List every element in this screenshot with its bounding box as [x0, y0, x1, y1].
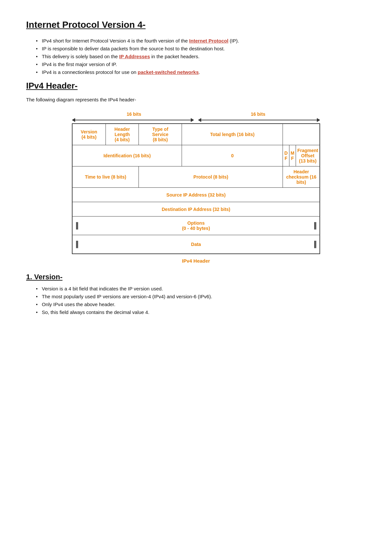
zero-cell: 0 [182, 145, 283, 166]
left-shaft [75, 120, 191, 120]
internet-protocol-link[interactable]: Internet Protocol [189, 38, 228, 43]
header-length-cell: HeaderLength(4 bits) [106, 124, 139, 145]
identification-cell: Identification (16 bits) [72, 145, 182, 166]
ipv4-header-title: IPv4 Header- [26, 81, 366, 91]
list-item: IPv4 is a connectionless protocol for us… [36, 69, 366, 75]
version-bullet-list: Version is a 4 bit field that indicates … [26, 286, 366, 315]
table-row: Version(4 bits) HeaderLength(4 bits) Typ… [72, 124, 320, 145]
table-row: Time to live (8 bits) Protocol (8 bits) … [72, 166, 320, 188]
ip-addresses-link[interactable]: IP Addresses [119, 54, 150, 59]
packet-switched-link[interactable]: packet-switched networks [138, 69, 199, 75]
table-row: Identification (16 bits) 0 DF MF Fragmen… [72, 145, 320, 166]
mf-cell: MF [289, 145, 296, 166]
table-row: ∥ Options(0 - 40 bytes) ∥ [72, 217, 320, 235]
version-section-title: 1. Version- [26, 273, 366, 281]
header-table: Version(4 bits) HeaderLength(4 bits) Typ… [72, 123, 320, 254]
bits-label-right: 16 bits [196, 112, 320, 117]
header-checksum-cell: Header checksum (16 bits) [283, 166, 320, 188]
bits-labels-row: 16 bits 16 bits [72, 112, 320, 117]
left-arrow [72, 118, 194, 122]
right-arrowhead [317, 118, 320, 122]
intro-bullet-list: IPv4 short for Internet Protocol Version… [26, 38, 366, 75]
list-item: This delivery is solely based on the IP … [36, 54, 366, 59]
table-row: Destination IP Address (32 bits) [72, 202, 320, 217]
total-length-cell: Total length (16 bits) [182, 124, 283, 145]
list-item: The most popularly used IP versions are … [36, 294, 366, 299]
left-arrowhead-right [198, 118, 201, 122]
right-arrow [198, 118, 320, 122]
list-item: IPv4 is the first major version of IP. [36, 61, 366, 67]
df-cell: DF [283, 145, 289, 166]
protocol-cell: Protocol (8 bits) [139, 166, 283, 188]
right-shaft [201, 120, 317, 120]
right-arrowhead-left [191, 118, 194, 122]
data-cell: ∥ Data ∥ [72, 235, 320, 254]
table-row: Source IP Address (32 bits) [72, 188, 320, 202]
type-of-service-cell: Type ofService(8 bits) [139, 124, 182, 145]
left-arrowhead [72, 118, 75, 122]
diagram-intro: The following diagram represents the IPv… [26, 97, 366, 102]
list-item: So, this field always contains the decim… [36, 309, 366, 315]
list-item: Only IPv4 uses the above header. [36, 302, 366, 307]
list-item: Version is a 4 bit field that indicates … [36, 286, 366, 291]
version-cell: Version(4 bits) [72, 124, 106, 145]
ipv4-diagram: 16 bits 16 bits Version(4 bits) HeaderLe… [72, 112, 320, 264]
table-row: ∥ Data ∥ [72, 235, 320, 254]
source-ip-cell: Source IP Address (32 bits) [72, 188, 320, 202]
dest-ip-cell: Destination IP Address (32 bits) [72, 202, 320, 217]
list-item: IPv4 short for Internet Protocol Version… [36, 38, 366, 43]
main-title: Internet Protocol Version 4- [26, 20, 366, 30]
list-item: IP is responsible to deliver data packet… [36, 46, 366, 51]
fragment-offset-cell: Fragment Offset(13 bits) [296, 145, 320, 166]
options-cell: ∥ Options(0 - 40 bytes) ∥ [72, 217, 320, 235]
bits-label-left: 16 bits [72, 112, 196, 117]
arrows-row [72, 118, 320, 122]
ttl-cell: Time to live (8 bits) [72, 166, 139, 188]
diagram-caption: IPv4 Header [72, 258, 320, 264]
